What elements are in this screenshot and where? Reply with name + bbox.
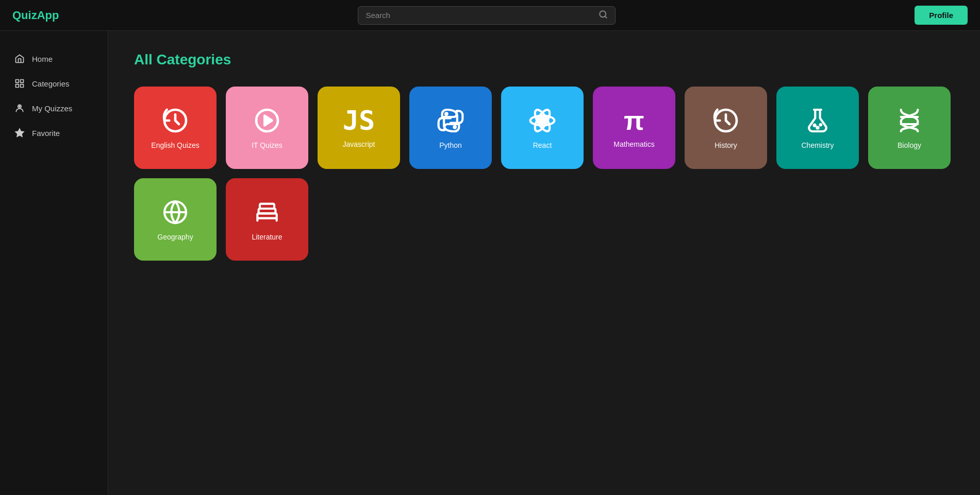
layout: Home Categories My Quizzes Favorite All … <box>0 0 980 495</box>
svg-rect-4 <box>16 84 19 88</box>
category-card-geography[interactable]: Geography <box>134 178 217 261</box>
category-card-python[interactable]: Python <box>409 87 492 169</box>
svg-rect-28 <box>260 204 274 209</box>
card-label-react: React <box>533 141 552 149</box>
sidebar-item-favorite[interactable]: Favorite <box>0 121 108 145</box>
pi-icon: π <box>624 107 644 134</box>
main-content: All Categories English Quizes IT Quizes <box>108 31 980 495</box>
category-card-biology[interactable]: Biology <box>868 87 951 169</box>
category-grid: English Quizes IT Quizes JS Javascript <box>134 87 954 261</box>
card-label-geography: Geography <box>157 233 193 241</box>
js-icon: JS <box>343 107 375 134</box>
svg-line-1 <box>605 16 607 18</box>
category-card-it[interactable]: IT Quizes <box>226 87 308 169</box>
card-label-python: Python <box>439 141 462 149</box>
svg-point-21 <box>820 124 821 125</box>
play-icon <box>253 106 281 135</box>
profile-button[interactable]: Profile <box>915 6 968 25</box>
search-container <box>358 6 616 25</box>
clock-icon <box>161 106 190 135</box>
card-label-it: IT Quizes <box>252 141 283 149</box>
card-label-biology: Biology <box>898 141 921 149</box>
sidebar-label-home: Home <box>32 55 53 63</box>
card-label-english: English Quizes <box>151 141 199 149</box>
header: QuizApp Profile <box>0 0 980 31</box>
category-card-mathematics[interactable]: π Mathematics <box>593 87 675 169</box>
svg-point-19 <box>814 125 816 126</box>
home-icon <box>14 54 25 64</box>
svg-marker-8 <box>15 129 24 137</box>
sidebar-label-categories: Categories <box>32 79 70 88</box>
svg-point-14 <box>539 117 545 124</box>
card-label-mathematics: Mathematics <box>613 140 654 148</box>
svg-marker-11 <box>264 116 272 126</box>
flask-icon <box>803 106 832 135</box>
logo: QuizApp <box>12 9 59 22</box>
card-label-literature: Literature <box>252 233 282 241</box>
search-input[interactable] <box>366 11 594 20</box>
svg-point-20 <box>817 127 818 128</box>
python-icon <box>436 106 465 135</box>
categories-icon <box>14 78 25 89</box>
category-card-history[interactable]: History <box>685 87 767 169</box>
card-label-chemistry: Chemistry <box>801 141 834 149</box>
history-clock-icon <box>711 106 740 135</box>
category-card-react[interactable]: React <box>501 87 584 169</box>
my-quizzes-icon <box>14 103 25 113</box>
svg-rect-2 <box>16 80 19 83</box>
category-card-javascript[interactable]: JS Javascript <box>318 87 400 169</box>
category-card-english[interactable]: English Quizes <box>134 87 217 169</box>
atom-icon <box>528 106 557 135</box>
svg-rect-3 <box>21 80 24 83</box>
category-card-literature[interactable]: Literature <box>226 178 308 261</box>
books-icon <box>253 198 281 227</box>
sidebar-item-my-quizzes[interactable]: My Quizzes <box>0 96 108 121</box>
sidebar: Home Categories My Quizzes Favorite <box>0 31 108 495</box>
svg-point-7 <box>19 106 21 107</box>
dna-icon <box>895 106 924 135</box>
sidebar-item-home[interactable]: Home <box>0 46 108 71</box>
category-card-chemistry[interactable]: Chemistry <box>776 87 859 169</box>
globe-icon <box>161 198 190 227</box>
svg-rect-5 <box>21 84 24 88</box>
svg-point-13 <box>454 126 456 128</box>
logo-quiz: Quiz <box>12 9 37 22</box>
logo-app: App <box>37 9 59 22</box>
card-label-history: History <box>715 141 737 149</box>
page-title: All Categories <box>134 52 954 68</box>
sidebar-label-favorite: Favorite <box>32 129 60 138</box>
search-icon <box>599 10 608 21</box>
card-label-javascript: Javascript <box>342 140 375 148</box>
favorite-icon <box>14 128 25 138</box>
sidebar-item-categories[interactable]: Categories <box>0 71 108 96</box>
svg-point-12 <box>445 113 447 115</box>
sidebar-label-my-quizzes: My Quizzes <box>32 104 72 113</box>
